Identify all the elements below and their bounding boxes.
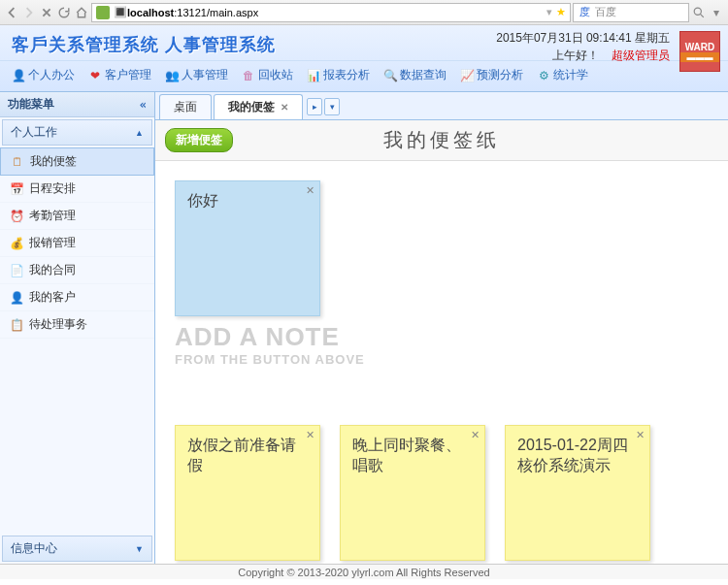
sidebar-title: 功能菜单 bbox=[8, 96, 54, 113]
placeholder-line2: FROM THE BUTTON ABOVE bbox=[175, 352, 365, 367]
nav-label: 人事管理 bbox=[182, 67, 228, 83]
calendar-icon: 📅 bbox=[10, 182, 23, 196]
role-link[interactable]: 超级管理员 bbox=[612, 49, 670, 62]
menu-label: 我的合同 bbox=[29, 262, 76, 278]
ward-badge[interactable]: WARD ▬▬▬ bbox=[679, 31, 720, 72]
note-toolbar: 新增便签 我的便签纸 bbox=[155, 120, 728, 161]
address-bar[interactable]: 🔳 localhost:13121/main.aspx ▾ ★ bbox=[91, 3, 571, 22]
go-button[interactable] bbox=[691, 5, 707, 20]
menu-label: 待处理事务 bbox=[29, 316, 87, 333]
note-text: 晚上同时聚餐、唱歌 bbox=[352, 437, 461, 473]
note-close-icon[interactable]: ✕ bbox=[471, 429, 480, 441]
nav-personal-office[interactable]: 👤个人办公 bbox=[8, 65, 79, 85]
nav-label: 报表分析 bbox=[323, 67, 370, 83]
menu-button[interactable]: ▾ bbox=[709, 5, 724, 20]
site-identity-icon bbox=[96, 6, 110, 19]
url-host: localhost bbox=[127, 7, 174, 18]
tab-scroll-right[interactable]: ▸ bbox=[307, 98, 322, 115]
sticky-note[interactable]: ✕ 晚上同时聚餐、唱歌 bbox=[340, 425, 485, 561]
section-label: 个人工作 bbox=[11, 124, 57, 141]
person-icon: 👤 bbox=[12, 69, 25, 82]
nav-customer-mgmt[interactable]: ❤客户管理 bbox=[84, 65, 155, 85]
note-close-icon[interactable]: ✕ bbox=[636, 429, 645, 441]
note-icon: 🗒 bbox=[11, 155, 24, 169]
nav-label: 个人办公 bbox=[28, 67, 75, 83]
sidebar: 功能菜单 « 个人工作 ▲ 🗒我的便签 📅日程安排 ⏰考勤管理 💰报销管理 📄我… bbox=[0, 92, 155, 564]
chevron-down-icon: ▼ bbox=[135, 544, 144, 554]
menu-my-contracts[interactable]: 📄我的合同 bbox=[0, 257, 154, 284]
tabs-row: 桌面 我的便签✕ ▸ ▾ bbox=[155, 92, 728, 120]
tab-label: 我的便签 bbox=[228, 100, 275, 114]
menu-label: 报销管理 bbox=[29, 235, 76, 251]
dropdown-icon[interactable]: ▾ bbox=[546, 6, 552, 18]
menu-attendance[interactable]: ⏰考勤管理 bbox=[0, 203, 154, 230]
sticky-note[interactable]: ✕ 2015-01-22周四 核价系统演示 bbox=[505, 425, 650, 561]
tab-desktop[interactable]: 桌面 bbox=[159, 94, 212, 119]
tab-my-notes[interactable]: 我的便签✕ bbox=[214, 94, 303, 119]
money-icon: 💰 bbox=[10, 237, 23, 250]
back-button[interactable] bbox=[4, 5, 19, 20]
close-icon[interactable]: ✕ bbox=[281, 102, 288, 113]
datetime-label: 2015年07月31日 09:14:41 星期五 bbox=[496, 29, 670, 47]
menu-my-customers[interactable]: 👤我的客户 bbox=[0, 284, 154, 311]
nav-stats[interactable]: ⚙统计学 bbox=[533, 65, 592, 85]
menu-label: 日程安排 bbox=[29, 180, 76, 197]
menu-list: 🗒我的便签 📅日程安排 ⏰考勤管理 💰报销管理 📄我的合同 👤我的客户 📋待处理… bbox=[0, 147, 154, 534]
menu-reimburse[interactable]: 💰报销管理 bbox=[0, 230, 154, 257]
gear-icon: ⚙ bbox=[537, 69, 550, 82]
browser-search[interactable]: 度 百度 bbox=[573, 3, 689, 22]
search-placeholder: 百度 bbox=[595, 5, 616, 19]
stop-button[interactable] bbox=[39, 5, 54, 20]
user-icon: 👤 bbox=[10, 291, 23, 305]
reload-button[interactable] bbox=[56, 5, 72, 20]
heart-icon: ❤ bbox=[88, 69, 102, 82]
bookmark-icon[interactable]: ★ bbox=[556, 6, 566, 18]
note-close-icon[interactable]: ✕ bbox=[306, 429, 314, 441]
chevron-up-icon: ▲ bbox=[135, 128, 144, 138]
forward-button[interactable] bbox=[21, 5, 37, 20]
tab-menu[interactable]: ▾ bbox=[324, 98, 340, 115]
placeholder-text: ADD A NOTE FROM THE BUTTON ABOVE bbox=[175, 322, 365, 367]
footer: Copyright © 2013-2020 ylyrl.com All Righ… bbox=[0, 564, 728, 579]
baidu-icon: 度 bbox=[578, 6, 591, 19]
menu-my-notes[interactable]: 🗒我的便签 bbox=[0, 147, 154, 176]
nav-forecast[interactable]: 📈预测分析 bbox=[456, 65, 527, 85]
note-text: 2015-01-22周四 核价系统演示 bbox=[517, 437, 628, 473]
page-title: 我的便签纸 bbox=[383, 127, 500, 153]
nav-report[interactable]: 📊报表分析 bbox=[303, 65, 374, 85]
forecast-icon: 📈 bbox=[460, 69, 474, 82]
accordion-info-center[interactable]: 信息中心 ▼ bbox=[2, 536, 152, 562]
nav-label: 客户管理 bbox=[105, 67, 151, 83]
content-area: 桌面 我的便签✕ ▸ ▾ 新增便签 我的便签纸 ✕ 你好 ADD A NOTE bbox=[155, 92, 728, 564]
accordion-personal-work[interactable]: 个人工作 ▲ bbox=[2, 119, 152, 146]
main-nav: 👤个人办公 ❤客户管理 👥人事管理 🗑回收站 📊报表分析 🔍数据查询 📈预测分析… bbox=[0, 60, 728, 91]
ward-text: WARD bbox=[685, 42, 715, 52]
collapse-button[interactable]: « bbox=[140, 98, 147, 112]
footer-text: Copyright © 2013-2020 ylyrl.com All Righ… bbox=[238, 567, 489, 578]
db-icon: 🔍 bbox=[383, 69, 397, 82]
chart-icon: 📊 bbox=[307, 69, 320, 82]
menu-pending[interactable]: 📋待处理事务 bbox=[0, 311, 154, 339]
nav-recycle[interactable]: 🗑回收站 bbox=[238, 65, 297, 85]
nav-label: 回收站 bbox=[258, 67, 293, 83]
menu-label: 考勤管理 bbox=[29, 208, 76, 224]
sticky-note[interactable]: ✕ 放假之前准备请假 bbox=[175, 425, 320, 561]
doc-icon: 📄 bbox=[10, 264, 23, 277]
new-note-button[interactable]: 新增便签 bbox=[165, 128, 233, 152]
status-block: 2015年07月31日 09:14:41 星期五 上午好！ 超级管理员 bbox=[496, 29, 670, 64]
nav-data-query[interactable]: 🔍数据查询 bbox=[380, 65, 450, 85]
menu-label: 我的客户 bbox=[29, 289, 76, 306]
browser-toolbar: 🔳 localhost:13121/main.aspx ▾ ★ 度 百度 ▾ bbox=[0, 0, 728, 25]
note-close-icon[interactable]: ✕ bbox=[306, 184, 314, 197]
trash-icon: 🗑 bbox=[242, 69, 255, 82]
nav-label: 预测分析 bbox=[477, 67, 523, 83]
menu-schedule[interactable]: 📅日程安排 bbox=[0, 176, 154, 203]
task-icon: 📋 bbox=[10, 318, 23, 332]
app-title: 客戶关系管理系统 人事管理系统 bbox=[12, 33, 276, 56]
people-icon: 👥 bbox=[165, 69, 179, 82]
sticky-note[interactable]: ✕ 你好 bbox=[175, 180, 320, 316]
nav-hr-mgmt[interactable]: 👥人事管理 bbox=[161, 65, 232, 85]
note-text: 你好 bbox=[187, 192, 218, 209]
sidebar-header: 功能菜单 « bbox=[0, 92, 154, 117]
home-button[interactable] bbox=[74, 5, 89, 20]
